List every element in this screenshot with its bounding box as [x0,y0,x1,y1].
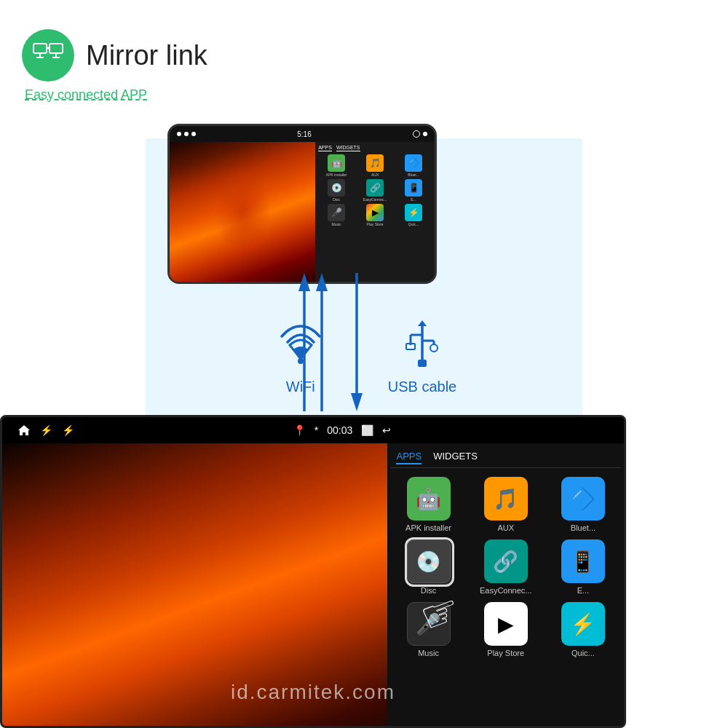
list-item: 🔷 Bluet... [548,477,618,532]
app-label-quick: Quic... [408,222,419,226]
extra-icon: 📱 [405,179,422,197]
phone-device: 5:16 APPS WIDGETS 🤖 APK installer [167,124,437,284]
car-app-label-e: E... [577,586,590,595]
page-title: Mirror link [86,40,207,71]
car-aux-icon[interactable]: 🎵 [484,477,528,521]
car-app-label-quick: Quic... [571,649,595,657]
car-status-left: ⚡ ⚡ [17,423,75,438]
phone-apps-tabs: APPS WIDGETS [318,145,432,151]
car-quick-icon[interactable]: ⚡ [561,602,605,646]
header-subtitle: Easy connected APP [25,87,207,103]
svg-text:⚡: ⚡ [40,424,53,437]
svg-marker-22 [351,393,363,411]
car-playstore-icon[interactable]: ▶ [484,602,528,646]
app-label-e: E... [411,197,416,202]
car-video-area [2,443,387,728]
car-app-label-easy: EasyConnec... [480,586,532,595]
car-disc-icon[interactable]: 💿 [407,539,451,583]
car-app-label-music: Music [418,649,439,657]
list-item: 🤖 APK installer [393,477,463,532]
svg-rect-1 [50,44,63,53]
car-extra-icon[interactable]: 📱 [561,539,605,583]
usb-label: USB cable [388,379,457,395]
car-location-icon: 📍 [293,424,306,436]
svg-rect-16 [418,360,427,367]
header-section: Mirror link Easy connected APP [22,29,207,103]
car-rect-icon: ⬜ [361,424,373,436]
app-label-music: Music [332,222,341,226]
usb-icon [400,319,444,373]
phone-video-frame [170,142,315,282]
car-status-center: 📍 * 00:03 ⬜ ↩ [293,424,392,436]
mirror-link-icon [32,39,64,71]
car-app-label-playstore: Play Store [487,649,524,657]
svg-marker-23 [18,425,30,435]
status-dot-3 [191,132,196,136]
car-head-unit: ⚡ ⚡ 📍 * 00:03 ⬜ ↩ APPS WIDGETS [0,415,626,728]
car-time: 00:03 [327,424,352,436]
list-item: 🔗 EasyConnec... [357,179,393,202]
double-up-arrows [291,266,335,419]
status-dot-1 [177,132,181,136]
car-easyconnect-icon[interactable]: 🔗 [484,539,528,583]
car-back-icon: ↩ [382,424,391,436]
single-down-arrow [342,266,371,419]
car-apps-tabs: APPS WIDGETS [390,446,621,468]
app-label-apk: APK installer [326,173,347,177]
aux-icon: 🎵 [366,154,384,172]
car-apps-grid: 🤖 APK installer 🎵 AUX 🔷 Bluet... 💿 [390,474,621,660]
list-item: 🎵 AUX [357,154,393,177]
app-label-easy: EasyConnec... [363,197,387,202]
app-label-disc: Disc [333,197,340,202]
phone-status-bar: 5:16 [170,126,435,142]
usb-status-icon-2: ⚡ [62,424,75,437]
disc-highlight-border [405,537,454,587]
phone-video-area [170,142,315,282]
phone-apps-area: APPS WIDGETS 🤖 APK installer 🎵 AUX 🔷 Blu… [315,142,435,282]
list-item: 💿 Disc [318,179,355,202]
car-app-label-aux: AUX [497,523,514,532]
phone-time: 5:16 [297,130,311,138]
mirror-link-icon-bg [22,29,74,82]
apk-installer-icon: 🤖 [328,154,345,172]
app-label-aux: AUX [371,173,379,177]
easyconnect-icon: 🔗 [366,179,384,197]
svg-marker-18 [298,273,310,291]
list-item: 🎵 AUX [471,477,541,532]
list-item: 🔷 Bluet... [395,154,432,177]
list-item: 🎤 Music [318,204,355,226]
list-item: 📱 E... [395,179,432,202]
list-item: ▶ Play Store [357,204,393,226]
svg-marker-15 [418,320,427,326]
app-label-playstore: Play Store [367,222,384,226]
usb-status-icon-1: ⚡ [40,424,53,437]
list-item: ⚡ Quic... [548,602,618,657]
usb-item: USB cable [388,319,457,395]
car-status-bar: ⚡ ⚡ 📍 * 00:03 ⬜ ↩ [2,417,624,443]
phone-tab-widgets: WIDGETS [336,145,360,151]
battery-icon [423,132,427,136]
home-icon [17,423,31,438]
car-apk-installer-icon[interactable]: 🤖 [407,477,451,521]
music-icon: 🎤 [328,204,345,221]
signal-icon [413,130,420,138]
diagram-area: 5:16 APPS WIDGETS 🤖 APK installer [0,124,728,728]
car-bluetooth-app-icon[interactable]: 🔷 [561,477,605,521]
list-item: 📱 E... [548,539,618,595]
phone-apps-grid: 🤖 APK installer 🎵 AUX 🔷 Bluet... 💿 Disc [318,154,432,226]
header-title-row: Mirror link [22,29,207,82]
svg-text:⚡: ⚡ [62,424,75,437]
car-tab-apps[interactable]: APPS [396,449,422,464]
car-app-label-bt: Bluet... [571,523,596,532]
list-item: ⚡ Quic... [395,204,432,226]
car-apps-panel: APPS WIDGETS 🤖 APK installer 🎵 AUX 🔷 Blu… [387,443,624,728]
disc-icon: 💿 [328,179,345,197]
car-app-label-apk: APK installer [405,523,451,532]
playstore-icon: ▶ [366,204,384,221]
car-tab-widgets[interactable]: WIDGETS [433,449,478,464]
phone-tab-apps: APPS [318,145,332,151]
phone-status-right [413,130,427,138]
car-bluetooth-icon: * [314,424,318,436]
list-item: ▶ Play Store [471,602,541,657]
bluetooth-icon: 🔷 [405,154,422,172]
